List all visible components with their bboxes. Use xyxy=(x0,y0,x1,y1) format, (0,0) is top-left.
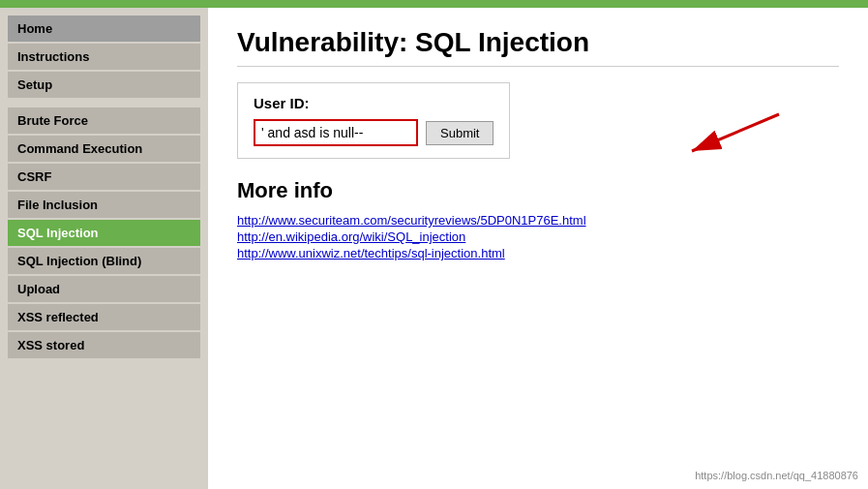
sidebar-item-upload[interactable]: Upload xyxy=(8,276,200,302)
links-section: http://www.securiteam.com/securityreview… xyxy=(237,213,839,260)
arrow-container xyxy=(673,105,789,166)
sidebar-item-setup[interactable]: Setup xyxy=(8,72,200,98)
info-link-2[interactable]: http://en.wikipedia.org/wiki/SQL_injecti… xyxy=(237,229,839,244)
page-title: Vulnerability: SQL Injection xyxy=(237,27,839,67)
user-id-label: User ID: xyxy=(254,95,494,111)
sidebar-item-xss-stored[interactable]: XSS stored xyxy=(8,332,200,358)
sidebar-item-instructions[interactable]: Instructions xyxy=(8,44,200,70)
arrow-icon xyxy=(673,105,789,163)
info-link-3[interactable]: http://www.unixwiz.net/techtips/sql-inje… xyxy=(237,246,839,260)
sidebar-item-sql-injection-blind[interactable]: SQL Injection (Blind) xyxy=(8,248,200,274)
top-bar xyxy=(0,0,868,8)
main-layout: Home Instructions Setup Brute Force Comm… xyxy=(0,8,868,489)
watermark: https://blog.csdn.net/qq_41880876 xyxy=(695,470,858,481)
sidebar-item-brute-force[interactable]: Brute Force xyxy=(8,107,200,134)
info-link-1[interactable]: http://www.securiteam.com/securityreview… xyxy=(237,213,839,228)
sidebar-item-file-inclusion[interactable]: File Inclusion xyxy=(8,192,200,218)
sidebar-item-xss-reflected[interactable]: XSS reflected xyxy=(8,304,200,330)
input-row: Submit xyxy=(254,119,494,146)
sidebar-item-command-execution[interactable]: Command Execution xyxy=(8,136,200,162)
sidebar-item-home[interactable]: Home xyxy=(8,15,200,42)
svg-line-1 xyxy=(692,114,779,151)
more-info-title: More info xyxy=(237,178,839,203)
content-area: Vulnerability: SQL Injection User ID: Su… xyxy=(208,8,868,489)
submit-button[interactable]: Submit xyxy=(426,121,494,145)
sidebar-divider xyxy=(8,100,200,106)
sidebar-item-csrf[interactable]: CSRF xyxy=(8,164,200,190)
sidebar-item-sql-injection[interactable]: SQL Injection xyxy=(8,220,200,246)
more-info-section: More info http://www.securiteam.com/secu… xyxy=(237,178,839,260)
form-section: User ID: Submit xyxy=(237,82,510,159)
user-id-input[interactable] xyxy=(254,119,418,146)
sidebar: Home Instructions Setup Brute Force Comm… xyxy=(0,8,208,489)
